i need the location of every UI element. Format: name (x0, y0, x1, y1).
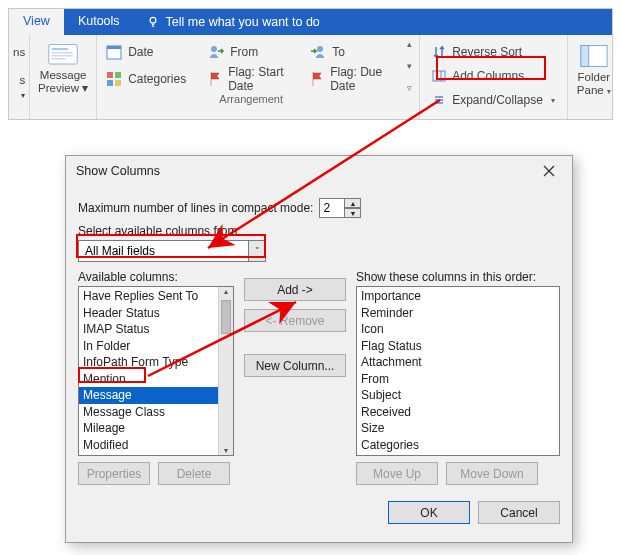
message-preview-icon (48, 43, 78, 67)
show-item[interactable]: Flag Status (357, 338, 559, 355)
arrangement-group: Date From To (97, 35, 420, 119)
close-icon (543, 165, 555, 177)
show-item[interactable]: Categories (357, 437, 559, 454)
message-preview-button[interactable]: MessagePreview ▾ (34, 39, 92, 99)
ok-button[interactable]: OK (388, 501, 470, 524)
available-item[interactable]: Mention (79, 371, 233, 388)
delete-button[interactable]: Delete (158, 462, 230, 485)
arrangement-group-label: Arrangement (219, 91, 283, 105)
show-columns-dialog: Show Columns Maximum number of lines in … (65, 155, 573, 543)
show-order-label: Show these columns in this order: (356, 270, 560, 284)
show-item[interactable]: Importance (357, 288, 559, 305)
select-from-combo[interactable]: ˅ (78, 240, 266, 262)
available-item[interactable]: Modified (79, 437, 233, 454)
folder-pane-group: FolderPane ▾ (568, 35, 620, 119)
categories-icon (106, 71, 122, 87)
available-listbox[interactable]: Have Replies Sent ToHeader StatusIMAP St… (78, 286, 234, 456)
available-item[interactable]: Header Status (79, 305, 233, 322)
svg-rect-11 (115, 72, 121, 78)
arrangement-gallery[interactable]: Date From To (101, 39, 401, 91)
folder-pane-button[interactable]: FolderPane ▾ (572, 39, 616, 102)
truncated-group-left: ns s ▾ (9, 35, 30, 119)
available-item[interactable]: Mileage (79, 420, 233, 437)
remove-button[interactable]: <- Remove (244, 309, 346, 332)
svg-rect-12 (107, 80, 113, 86)
expand-collapse-icon (432, 93, 446, 107)
message-preview-label: MessagePreview ▾ (38, 69, 88, 95)
arrange-flag-start[interactable]: Flag: Start Date (203, 66, 303, 91)
show-item[interactable]: Icon (357, 321, 559, 338)
available-item[interactable]: Have Replies Sent To (79, 288, 233, 305)
from-icon (208, 44, 224, 60)
new-column-button[interactable]: New Column... (244, 354, 346, 377)
show-item[interactable]: Subject (357, 387, 559, 404)
add-columns-button[interactable]: Add Columns (428, 65, 559, 87)
spin-down[interactable]: ▼ (345, 208, 361, 218)
svg-rect-10 (107, 72, 113, 78)
svg-point-8 (211, 46, 217, 52)
cancel-button[interactable]: Cancel (478, 501, 560, 524)
select-from-value[interactable] (78, 240, 248, 262)
show-listbox[interactable]: ImportanceReminderIconFlag StatusAttachm… (356, 286, 560, 456)
show-item[interactable]: Size (357, 420, 559, 437)
message-preview-group: MessagePreview ▾ (30, 35, 97, 119)
svg-rect-18 (581, 46, 589, 67)
tell-me[interactable]: Tell me what you want to do (134, 9, 332, 35)
calendar-icon (106, 44, 122, 60)
show-item[interactable]: Attachment (357, 354, 559, 371)
svg-rect-4 (52, 55, 73, 57)
arrange-categories-label: Categories (128, 72, 186, 86)
properties-button[interactable]: Properties (78, 462, 150, 485)
flag-icon (208, 71, 222, 87)
spin-up[interactable]: ▲ (345, 198, 361, 208)
max-lines-input[interactable] (319, 198, 345, 218)
show-item[interactable]: From (357, 371, 559, 388)
reverse-sort-icon (432, 45, 446, 59)
available-label: Available columns: (78, 270, 234, 284)
arrangement-extra: Reverse Sort Add Columns Expand/Collapse… (420, 35, 568, 119)
flag-icon (310, 71, 324, 87)
trunc-text-2: s (19, 74, 25, 86)
available-item[interactable]: InfoPath Form Type (79, 354, 233, 371)
available-item[interactable]: IMAP Status (79, 321, 233, 338)
available-item[interactable]: In Folder (79, 338, 233, 355)
ribbon-body: ns s ▾ MessagePreview ▾ Date (9, 35, 612, 119)
max-lines-spinner[interactable]: ▲▼ (319, 198, 361, 218)
move-up-button[interactable]: Move Up (356, 462, 438, 485)
select-from-label: Select available columns from: (78, 224, 241, 238)
folder-pane-icon (580, 43, 608, 69)
move-down-button[interactable]: Move Down (446, 462, 538, 485)
arrange-date[interactable]: Date (101, 39, 201, 64)
combo-drop-button[interactable]: ˅ (248, 240, 266, 262)
reverse-sort-button[interactable]: Reverse Sort (428, 41, 559, 63)
svg-rect-5 (52, 58, 66, 60)
dialog-title: Show Columns (76, 164, 160, 178)
max-lines-label: Maximum number of lines in compact mode: (78, 201, 313, 215)
arrange-to-label: To (332, 45, 345, 59)
gallery-side-buttons[interactable]: ▴▾▿ (403, 39, 415, 93)
expand-collapse-button[interactable]: Expand/Collapse▾ (428, 89, 559, 111)
lightbulb-icon (146, 15, 160, 29)
available-item[interactable]: Offline Status (79, 453, 233, 456)
svg-point-9 (317, 46, 323, 52)
folder-pane-label: FolderPane ▾ (577, 71, 611, 98)
tell-me-label: Tell me what you want to do (166, 15, 320, 29)
tab-view[interactable]: View (9, 9, 64, 35)
available-item[interactable]: Message (79, 387, 233, 404)
arrange-to[interactable]: To (305, 39, 385, 64)
svg-rect-1 (49, 45, 78, 65)
arrange-categories[interactable]: Categories (101, 66, 201, 91)
reverse-sort-label: Reverse Sort (452, 45, 522, 59)
close-button[interactable] (534, 160, 564, 182)
add-button[interactable]: Add -> (244, 278, 346, 301)
arrange-flag-due-label: Flag: Due Date (330, 65, 396, 93)
show-item[interactable]: Received (357, 404, 559, 421)
available-item[interactable]: Message Class (79, 404, 233, 421)
arrange-from[interactable]: From (203, 39, 303, 64)
show-item[interactable]: Reminder (357, 305, 559, 322)
svg-rect-3 (52, 52, 73, 54)
available-scrollbar[interactable]: ▴▾ (218, 287, 233, 455)
tab-kutools[interactable]: Kutools (64, 9, 134, 35)
svg-rect-7 (107, 46, 121, 49)
arrange-flag-due[interactable]: Flag: Due Date (305, 66, 401, 91)
